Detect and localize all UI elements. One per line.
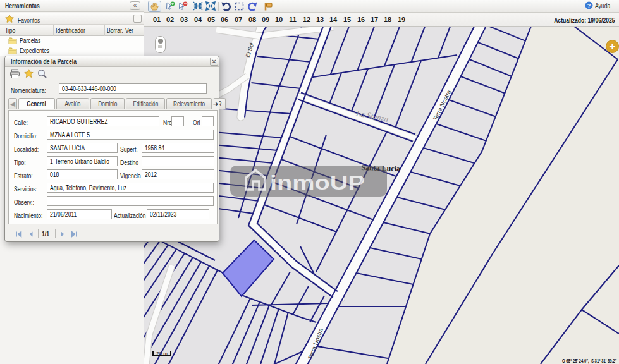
svg-text:inmoUP: inmoUP (270, 171, 365, 194)
svg-text:?: ? (587, 3, 591, 9)
